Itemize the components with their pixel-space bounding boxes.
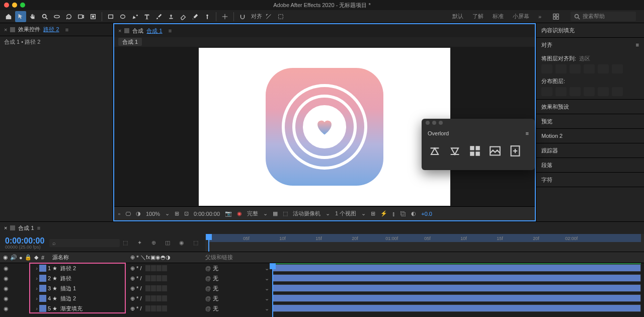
layer-track[interactable] [269,263,644,273]
playhead-line[interactable] [272,263,273,317]
display-icon[interactable]: 🖵 [125,211,131,217]
motion-blur-icon[interactable]: ◉ [176,237,187,249]
parent-dropdown-icon[interactable]: ⌄ [265,265,269,272]
layer-name[interactable]: 描边 1 [60,285,76,292]
distribute-d-button[interactable] [584,87,595,96]
switch-cell[interactable] [151,305,156,311]
distribute-f-button[interactable] [612,87,623,96]
workspace-tab-default[interactable]: 默认 [452,13,463,20]
overlord-grid-icon[interactable] [468,144,482,158]
timeline-icon[interactable]: ⫿ [392,211,395,217]
timeline-comp-name[interactable]: 合成 1 [18,224,34,232]
label-column-icon[interactable]: ◆ [34,254,38,261]
align-right-button[interactable] [570,64,581,73]
quality-select[interactable]: 完整 [247,210,258,217]
align-bottom-button[interactable] [612,64,623,73]
grid-icon[interactable]: ⊡ [184,210,189,217]
layer-bar[interactable] [272,264,641,272]
workspace-tab-standard[interactable]: 标准 [493,13,504,20]
graph-editor-icon[interactable]: ⬚ [190,237,201,249]
tracker-panel-header[interactable]: 跟踪器 [536,143,644,157]
visibility-toggle-icon[interactable]: ◉ [3,285,9,292]
camera-dropdown-icon[interactable]: ⌄ [326,210,330,217]
workspace-tab-learn[interactable]: 了解 [472,13,484,20]
mask-icon[interactable]: ◑ [136,210,141,217]
layer-row[interactable]: ◉ ›5★渐变填充 ⊕ * / @无⌄ [0,303,269,313]
orbit-camera-icon[interactable] [51,11,62,22]
visibility-toggle-icon[interactable]: ◉ [3,305,9,312]
align-left-button[interactable] [541,64,552,73]
switch-cell[interactable] [156,305,162,311]
shy-icon[interactable]: ⊕ [148,237,159,249]
eraser-tool-icon[interactable] [178,11,189,22]
transparency-icon[interactable]: ▦ [273,210,278,217]
workspace-overflow-icon[interactable]: » [538,14,541,20]
layer-name[interactable]: 路径 [60,275,71,282]
parent-value[interactable]: 无 [213,275,218,282]
switch-cell[interactable] [145,275,150,281]
expand-icon[interactable]: › [34,265,39,271]
layer-track[interactable] [269,303,644,313]
frame-blend-icon[interactable]: ◫ [162,237,173,249]
align-vcenter-button[interactable] [598,64,609,73]
layer-name[interactable]: 描边 2 [60,295,76,302]
close-tab-icon[interactable]: × [4,27,7,33]
pickwhip-icon[interactable]: @ [205,285,211,291]
parent-dropdown-icon[interactable]: ⌄ [265,285,269,292]
playhead[interactable] [208,234,209,252]
switch-cell[interactable] [145,285,150,291]
av-column-icon[interactable]: ◉ [3,254,8,261]
zoom-value[interactable]: 100% [146,211,160,217]
exposure-value[interactable]: +0.0 [421,211,432,217]
overlord-new-file-icon[interactable] [508,144,522,158]
pickwhip-icon[interactable]: @ [205,265,211,271]
layer-switches[interactable]: ⊕ * / [130,275,141,282]
parent-value[interactable]: 无 [213,305,218,312]
draft3d-icon[interactable]: ✦ [134,237,145,249]
source-name-column[interactable]: 源名称 [52,254,69,261]
panel-menu-icon[interactable]: ≡ [526,130,529,136]
switch-cell[interactable] [151,265,156,271]
visibility-toggle-icon[interactable]: ◉ [3,295,9,302]
switch-cell[interactable] [156,295,162,301]
pickwhip-icon[interactable]: @ [205,275,211,281]
align-top-button[interactable] [584,64,595,73]
fast-preview-icon[interactable]: ⚡ [380,210,387,217]
workspace-grid-icon[interactable] [550,11,561,22]
effect-controls-tab[interactable]: × 效果控件 路径 2 ≡ [0,23,113,36]
hand-tool-icon[interactable] [27,11,38,22]
minimize-window-button[interactable] [12,3,17,8]
layer-row[interactable]: ◉ ›4★描边 2 ⊕ * / @无⌄ [0,293,269,303]
motion2-panel-header[interactable]: Motion 2 [536,129,644,143]
layer-switches[interactable]: ⊕ * / [130,295,141,302]
layer-switches[interactable]: ⊕ * / [130,305,141,312]
layer-name[interactable]: 渐变填充 [60,305,83,312]
overlord-max-icon[interactable] [439,121,443,125]
panel-menu-icon[interactable]: ≡ [636,42,639,48]
macos-traffic-lights[interactable] [4,3,25,8]
layer-switches[interactable]: ⊕ * / [130,285,141,292]
label-color-swatch[interactable] [39,305,46,312]
switch-cell[interactable] [145,305,150,311]
paragraph-panel-header[interactable]: 段落 [536,158,644,172]
workspace-tab-small[interactable]: 小屏幕 [513,13,529,20]
home-icon[interactable] [3,11,14,22]
close-tab-icon[interactable]: × [118,28,121,34]
composition-subtab[interactable]: 合成 1 [118,38,142,46]
overlord-min-icon[interactable] [432,121,436,125]
timeline-search-input[interactable]: ⌕ [49,239,120,247]
time-ruler[interactable]: 05f 10f 15f 20f 01:00f 05f 10f 15f 20f 0… [205,234,644,252]
align-hcenter-button[interactable] [555,64,567,73]
switch-cell[interactable] [151,285,156,291]
content-aware-panel-header[interactable]: 内容识别填充 [536,23,644,37]
character-panel-header[interactable]: 字符 [536,173,644,187]
type-tool-icon[interactable] [141,11,152,22]
views-select[interactable]: 1 个视图 [335,210,356,217]
panel-menu-icon[interactable]: ≡ [65,27,68,33]
pan-behind-tool-icon[interactable] [88,11,99,22]
flowchart-icon[interactable]: ⿻ [400,211,406,217]
roto-brush-tool-icon[interactable] [190,11,201,22]
expand-icon[interactable]: › [34,285,39,291]
expand-icon[interactable]: › [34,305,39,311]
channel-icon[interactable]: ◉ [237,210,242,217]
